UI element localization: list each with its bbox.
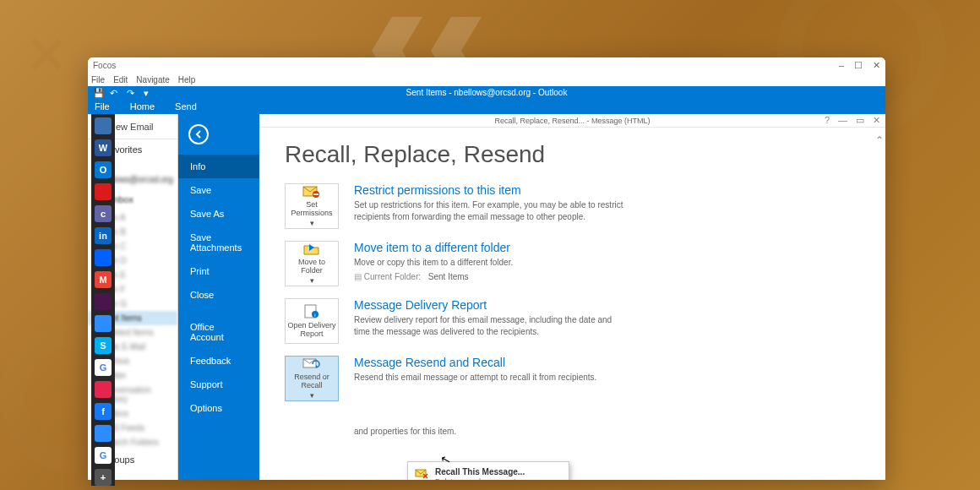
minimize-button[interactable]: – <box>839 60 844 71</box>
close-button[interactable]: ✕ <box>873 60 880 71</box>
taskbar-app[interactable]: in <box>95 227 112 244</box>
permissions-body: Set up restrictions for this item. For e… <box>354 199 624 222</box>
taskbar-app[interactable] <box>95 381 112 398</box>
page-title: Recall, Replace, Resend <box>285 141 860 168</box>
info-row-permissions: Set Permissions▾ Restrict permissions to… <box>285 183 860 229</box>
app-window: Focos – ☐ ✕ File Edit Navigate Help 💾 ↶ … <box>88 57 885 480</box>
message-title: Recall, Replace, Resend... - Message (HT… <box>494 117 650 125</box>
recall-icon <box>415 467 428 480</box>
taskbar-app[interactable] <box>95 117 112 134</box>
backstage-office-account[interactable]: Office Account <box>178 315 259 349</box>
taskbar-app[interactable]: O <box>95 161 112 178</box>
resend-or-recall-button[interactable]: Resend or Recall▾ <box>285 356 339 401</box>
taskbar-app[interactable] <box>95 183 112 200</box>
properties-tail-text: and properties for this item. <box>354 427 860 436</box>
undo-icon[interactable]: ↶ <box>110 88 120 98</box>
taskbar-app[interactable]: + <box>95 469 112 486</box>
maximize-button[interactable]: ☐ <box>854 60 863 71</box>
tab-home[interactable]: Home <box>130 101 155 112</box>
taskbar-app[interactable] <box>95 249 112 266</box>
svg-text:i: i <box>314 313 315 318</box>
menu-file[interactable]: File <box>91 75 105 84</box>
menu-edit[interactable]: Edit <box>113 75 128 84</box>
new-email-label: New Email <box>109 122 154 132</box>
report-icon: i <box>302 304 321 319</box>
backstage-save-attachments[interactable]: Save Attachments <box>178 226 259 259</box>
bg-x: ✕ <box>25 25 68 84</box>
svg-rect-2 <box>313 193 318 195</box>
taskbar-app[interactable]: G <box>95 359 112 376</box>
scroll-up-icon[interactable]: ⌃ <box>875 134 884 146</box>
backstage-save-as[interactable]: Save As <box>178 202 259 226</box>
set-permissions-button[interactable]: Set Permissions▾ <box>285 183 339 229</box>
save-icon[interactable]: 💾 <box>93 88 103 98</box>
tab-send[interactable]: Send <box>175 101 197 112</box>
backstage-close[interactable]: Close <box>178 283 259 307</box>
info-content: Recall, Replace, Resend Set Permissions▾… <box>259 128 885 449</box>
taskbar-app[interactable]: f <box>95 403 112 420</box>
outlook-header: 💾 ↶ ↷ ▾ Sent Items - nbellows@orcsd.org … <box>88 86 885 99</box>
quick-access-toolbar: 💾 ↶ ↷ ▾ <box>93 88 154 98</box>
menubar: File Edit Navigate Help <box>88 73 885 86</box>
backstage-support[interactable]: Support <box>178 373 259 396</box>
move-heading: Move item to a different folder <box>354 241 513 254</box>
close-button[interactable]: ✕ <box>873 115 880 126</box>
outlook-window-title: Sent Items - nbellows@orcsd.org - Outloo… <box>406 88 568 97</box>
info-row-move: Move to Folder▾ Move item to a different… <box>285 241 860 286</box>
taskbar-app[interactable]: S <box>95 337 112 354</box>
current-folder-line: ▤ Current Folder: Sent Items <box>354 272 513 281</box>
delivery-body: Review delivery report for this email me… <box>354 314 624 337</box>
backstage-options[interactable]: Options <box>178 396 259 420</box>
resend-heading: Message Resend and Recall <box>354 356 596 369</box>
taskbar-app[interactable]: M <box>95 271 112 288</box>
resend-recall-dropdown: Recall This Message... Delete or replace… <box>407 461 569 480</box>
taskbar: WOcinMSGfG+ <box>91 114 115 486</box>
info-row-delivery: i Open Delivery Report Message Delivery … <box>285 298 860 344</box>
taskbar-app[interactable] <box>95 425 112 442</box>
permissions-heading: Restrict permissions to this item <box>354 183 624 197</box>
window-controls: – ☐ ✕ <box>839 60 880 71</box>
app-name: Focos <box>93 61 116 70</box>
backstage-feedback[interactable]: Feedback <box>178 349 259 373</box>
message-window-titlebar: Recall, Replace, Resend... - Message (HT… <box>259 114 885 128</box>
qat-dropdown-icon[interactable]: ▾ <box>144 88 154 98</box>
redo-icon[interactable]: ↷ <box>127 88 137 98</box>
ribbon-tabs: File Home Send <box>88 99 885 114</box>
main-body: ✉ New Email ▸ Favorites ◢ nbellows@orcsd… <box>88 114 885 480</box>
move-to-folder-button[interactable]: Move to Folder▾ <box>285 241 339 286</box>
backstage-print[interactable]: Print <box>178 259 259 283</box>
recall-this-message-item[interactable]: Recall This Message... Delete or replace… <box>408 462 569 480</box>
menu-navigate[interactable]: Navigate <box>136 75 169 84</box>
backstage-sidebar: Info Save Save As Save Attachments Print… <box>178 114 259 480</box>
taskbar-app[interactable] <box>95 315 112 332</box>
resend-body: Resend this email message or attempt to … <box>354 372 596 384</box>
menu-help[interactable]: Help <box>178 75 196 84</box>
delivery-heading: Message Delivery Report <box>354 298 624 312</box>
move-body: Move or copy this item to a different fo… <box>354 257 513 269</box>
resend-icon <box>302 357 321 371</box>
backstage-info[interactable]: Info <box>178 155 259 178</box>
info-row-resend: Resend or Recall▾ Message Resend and Rec… <box>285 356 860 401</box>
window-titlebar: Focos – ☐ ✕ <box>88 57 885 73</box>
maximize-button[interactable]: ▭ <box>856 115 864 126</box>
help-button[interactable]: ? <box>825 115 830 126</box>
folder-arrow-icon <box>302 242 321 256</box>
taskbar-app[interactable]: G <box>95 447 112 464</box>
backstage-save[interactable]: Save <box>178 178 259 202</box>
minimize-button[interactable]: — <box>838 115 847 126</box>
back-button[interactable] <box>188 124 209 144</box>
envelope-block-icon <box>302 185 321 199</box>
taskbar-app[interactable]: W <box>95 139 112 156</box>
info-panel: Recall, Replace, Resend... - Message (HT… <box>259 114 885 480</box>
tab-file[interactable]: File <box>95 101 110 112</box>
open-delivery-report-button[interactable]: i Open Delivery Report <box>285 298 339 344</box>
taskbar-app[interactable]: c <box>95 205 112 222</box>
taskbar-app[interactable] <box>95 293 112 310</box>
